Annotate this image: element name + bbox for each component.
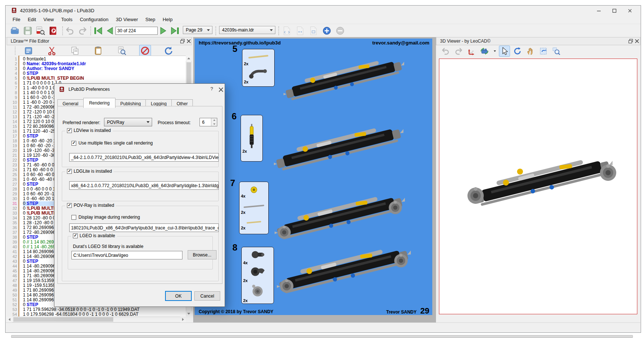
dialog-title-bar[interactable]: LPub3D Preferences — [54, 84, 225, 95]
undo-icon[interactable] — [65, 26, 75, 36]
undo-icon[interactable] — [441, 47, 450, 56]
pli-part[interactable]: 2x — [244, 52, 273, 66]
menu-item-edit[interactable]: Edit — [24, 16, 40, 24]
pan-icon[interactable] — [526, 47, 535, 56]
parts-list-step-6[interactable]: 2x — [241, 115, 263, 162]
page-nav-input[interactable] — [115, 27, 158, 35]
paste-icon[interactable] — [94, 46, 103, 56]
float-icon[interactable] — [628, 39, 633, 44]
previous-page-icon[interactable] — [105, 26, 115, 36]
menu-item-configuration[interactable]: Configuration — [76, 16, 112, 24]
minimize-button[interactable] — [591, 6, 606, 15]
scroll-left-button[interactable] — [7, 317, 12, 322]
fit-visible-icon[interactable] — [295, 26, 305, 36]
tab-rendering[interactable]: Rendering — [83, 98, 115, 108]
line-number: 16 — [7, 129, 20, 134]
spinner-buttons[interactable] — [211, 118, 217, 126]
model-combo[interactable]: 42039s-main.ldr — [219, 26, 275, 34]
find-icon[interactable] — [117, 46, 127, 56]
snap-icon[interactable] — [480, 47, 489, 56]
scroll-down-button[interactable] — [186, 311, 192, 317]
first-page-icon[interactable] — [93, 26, 103, 36]
pli-part[interactable]: 2x — [241, 203, 267, 215]
dialog-help-button[interactable]: ? — [208, 86, 216, 93]
step-number-6[interactable]: 6 — [232, 111, 237, 122]
viewer-model-image[interactable] — [464, 144, 620, 225]
menu-item-step[interactable]: Step — [142, 16, 159, 24]
ldview-path-field[interactable]: _64-2.1.0.0.772_20180210\LPub3D_x86_64\3… — [69, 153, 219, 162]
zoom-region-icon[interactable] — [552, 47, 561, 56]
relative-rotation-icon[interactable] — [467, 47, 476, 56]
pli-part[interactable]: 2x — [243, 283, 272, 303]
copy-icon[interactable] — [70, 46, 80, 56]
page-combo[interactable]: Page 29 — [183, 26, 212, 34]
refresh-icon[interactable] — [164, 46, 173, 56]
actual-size-icon[interactable] — [309, 26, 318, 36]
pdf-export-icon[interactable] — [48, 26, 58, 36]
zoom-in-icon[interactable] — [322, 26, 332, 36]
fit-width-icon[interactable] — [282, 26, 292, 36]
ldview-installed-checkbox[interactable] — [67, 128, 72, 133]
hscroll-handle[interactable] — [13, 317, 113, 322]
lgeo-path-field[interactable]: C:\Users\Trevor\LDraw\lgeo — [71, 251, 182, 259]
povray-path-field[interactable]: 180210\LPub3D_x86_64\3rdParty\lpub3d_tra… — [69, 223, 219, 232]
step-number-8[interactable]: 8 — [232, 242, 237, 253]
parts-list-step-8[interactable]: 4x2x2x — [241, 247, 274, 304]
ldglite-path-field[interactable]: x86_64-2.1.0.0.772_20180210\LPub3D_x86_6… — [69, 181, 219, 190]
timeout-spinner[interactable]: 6 — [199, 118, 217, 126]
ldview-group: LDView is installed — [62, 131, 219, 167]
ldglite-group-label: LDGLite is installed — [74, 169, 112, 174]
select-icon[interactable] — [499, 46, 510, 57]
zoom-out-icon[interactable] — [335, 26, 345, 36]
close-button[interactable] — [623, 6, 637, 15]
menu-item-tools[interactable]: Tools — [57, 16, 76, 24]
pli-part[interactable]: 2x — [243, 265, 272, 283]
update-icon[interactable] — [24, 46, 33, 56]
pli-part[interactable]: 4x — [243, 249, 272, 265]
ok-button[interactable]: OK — [165, 291, 191, 301]
chevron-down-icon — [207, 29, 210, 31]
maximize-button[interactable] — [607, 6, 622, 15]
step-assembly-image-8[interactable] — [277, 238, 411, 305]
open-file-icon[interactable] — [10, 26, 20, 36]
line-number: 2 — [7, 62, 20, 66]
scroll-right-button[interactable] — [180, 317, 186, 322]
ldglite-installed-checkbox[interactable] — [67, 169, 72, 174]
parts-list-step-5[interactable]: 2x2x — [242, 49, 275, 87]
step-number-7[interactable]: 7 — [230, 178, 235, 188]
next-page-icon[interactable] — [158, 26, 168, 36]
cancel-icon[interactable] — [139, 45, 151, 57]
parts-list-step-7[interactable]: 4x2x2x — [239, 182, 269, 234]
menu-item-view[interactable]: View — [40, 16, 57, 24]
close-icon[interactable] — [218, 87, 224, 93]
cancel-button[interactable]: Cancel — [194, 291, 220, 301]
renderer-combo[interactable]: POVRay — [104, 118, 152, 126]
pli-part[interactable]: 2x — [241, 219, 267, 230]
close-icon[interactable] — [634, 39, 640, 44]
save-icon[interactable] — [23, 26, 33, 36]
chevron-down-icon[interactable] — [494, 50, 496, 52]
redo-icon[interactable] — [78, 26, 87, 36]
pdf-preview-icon[interactable] — [36, 26, 45, 36]
browse-button[interactable]: Browse... — [188, 250, 217, 259]
cut-icon[interactable] — [47, 46, 57, 56]
last-page-icon[interactable] — [170, 26, 180, 36]
pli-part[interactable]: 2x — [244, 68, 273, 84]
menu-item-file[interactable]: File — [9, 16, 24, 24]
scroll-up-button[interactable] — [186, 56, 192, 61]
povray-installed-checkbox[interactable] — [67, 203, 72, 208]
roll-icon[interactable] — [539, 47, 548, 56]
rotate-icon[interactable] — [513, 47, 522, 56]
step-assembly-image-5[interactable] — [284, 42, 404, 119]
step-number-5[interactable]: 5 — [232, 44, 237, 54]
multi-files-checkbox[interactable] — [71, 141, 76, 146]
display-image-checkbox[interactable] — [71, 215, 76, 220]
pli-part[interactable]: 2x — [242, 123, 261, 153]
taskbar-edge[interactable] — [11, 335, 633, 338]
redo-icon[interactable] — [454, 47, 463, 56]
menu-item-help[interactable]: Help — [159, 16, 176, 24]
pli-part[interactable]: 4x — [241, 186, 267, 198]
menu-item-3d-viewer[interactable]: 3D Viewer — [112, 16, 142, 24]
chevron-down-icon — [147, 121, 150, 123]
lgeo-available-checkbox[interactable] — [73, 233, 78, 238]
